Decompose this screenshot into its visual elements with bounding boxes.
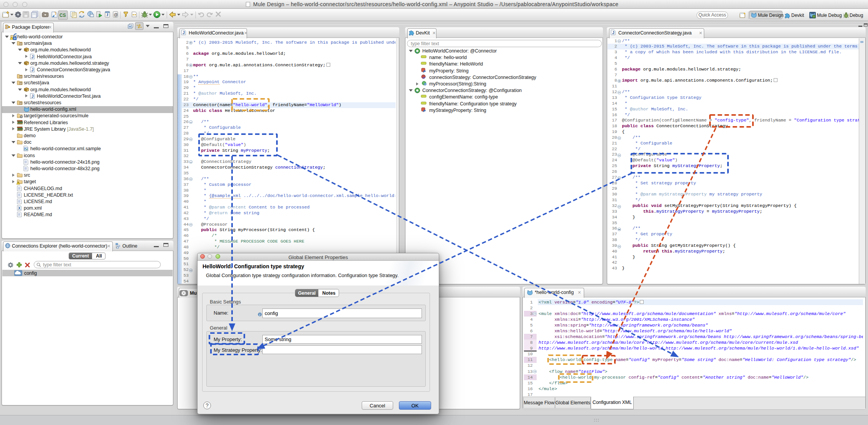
svg-text:X: X (18, 206, 21, 210)
svg-text:J: J (31, 54, 34, 59)
svg-text:@: @ (114, 12, 118, 17)
svg-text:J: J (31, 68, 34, 72)
svg-text:CS: CS (59, 13, 66, 18)
svg-text:J: J (183, 31, 185, 35)
svg-text:J: J (31, 94, 34, 98)
svg-text:J: J (612, 31, 614, 35)
svg-text:J: J (106, 12, 109, 17)
